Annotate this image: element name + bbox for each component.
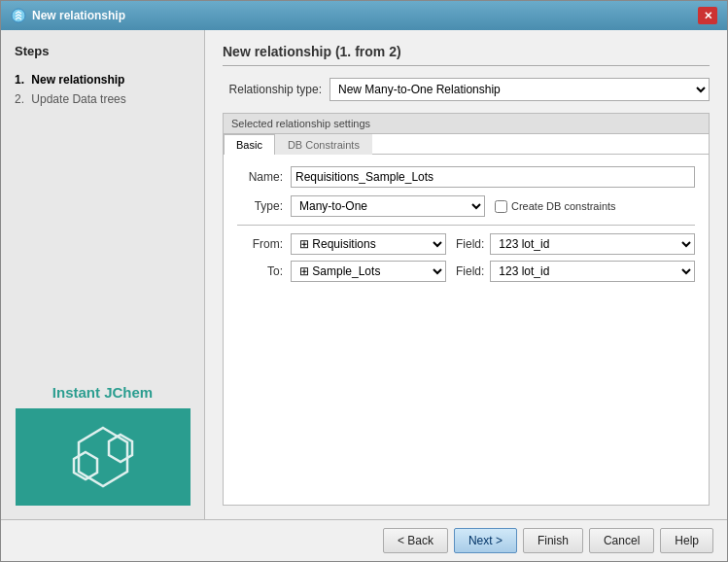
sidebar: Steps 1. New relationship 2. Update Data…: [1, 30, 205, 519]
sidebar-logo-area: Instant JChem: [15, 384, 191, 506]
main-header: New relationship (1. from 2): [223, 44, 710, 66]
from-label: From:: [237, 237, 291, 251]
type-label: Type:: [237, 199, 291, 213]
type-row: Type: Many-to-One One-to-Many Many-to-Ma…: [237, 195, 695, 217]
dialog-window: New relationship ✕ Steps 1. New relation…: [0, 0, 728, 562]
tabs: Basic DB Constraints: [224, 134, 709, 155]
tab-db-constraints[interactable]: DB Constraints: [275, 134, 372, 155]
finish-button[interactable]: Finish: [523, 528, 583, 553]
from-row: From: ⊞ Requisitions ⊞ Sample_Lots Field…: [237, 233, 695, 255]
to-label: To:: [237, 264, 291, 278]
tab-basic[interactable]: Basic: [224, 134, 275, 155]
name-row: Name:: [237, 166, 695, 188]
relationship-type-label: Relationship type:: [223, 83, 329, 96]
step-1-label: New relationship: [31, 73, 124, 87]
logo-icon: [64, 423, 142, 491]
from-field-select[interactable]: 123 lot_id: [490, 233, 695, 255]
dialog-icon: [11, 8, 26, 23]
steps-title: Steps: [15, 44, 191, 58]
relationship-type-select[interactable]: New Many-to-One Relationship New One-to-…: [329, 78, 710, 101]
help-button[interactable]: Help: [660, 528, 713, 553]
steps-list: 1. New relationship 2. Update Data trees: [15, 70, 191, 109]
name-input[interactable]: [291, 166, 695, 188]
logo-box: [16, 408, 191, 506]
next-button[interactable]: Next >: [454, 528, 517, 553]
instant-jchem-label: Instant JChem: [52, 384, 153, 401]
dialog-body: Steps 1. New relationship 2. Update Data…: [1, 30, 727, 519]
name-label: Name:: [237, 170, 291, 184]
from-table-select[interactable]: ⊞ Requisitions ⊞ Sample_Lots: [291, 233, 446, 255]
to-field-select[interactable]: 123 lot_id: [490, 261, 695, 282]
step-1-number: 1.: [15, 73, 24, 87]
tab-content-basic: Name: Type: Many-to-One One-to-Many Many…: [224, 155, 709, 299]
type-select[interactable]: Many-to-One One-to-Many Many-to-Many: [291, 195, 485, 217]
to-table-select[interactable]: ⊞ Sample_Lots ⊞ Requisitions: [291, 261, 446, 282]
dialog-title: New relationship: [32, 9, 125, 22]
divider: [237, 225, 695, 226]
step-2: 2. Update Data trees: [15, 89, 191, 109]
to-row: To: ⊞ Sample_Lots ⊞ Requisitions Field: …: [237, 261, 695, 282]
create-db-constraints-label: Create DB constraints: [511, 200, 616, 212]
step-1: 1. New relationship: [15, 70, 191, 89]
title-bar: New relationship ✕: [1, 1, 727, 30]
step-2-label: Update Data trees: [31, 92, 125, 106]
to-field-label: Field:: [456, 264, 484, 278]
step-2-number: 2.: [15, 92, 24, 106]
create-db-constraints-checkbox[interactable]: [495, 200, 507, 213]
settings-group-label: Selected relationship settings: [224, 114, 709, 134]
close-button[interactable]: ✕: [698, 7, 717, 24]
bottom-bar: < Back Next > Finish Cancel Help: [1, 519, 727, 561]
relationship-type-row: Relationship type: New Many-to-One Relat…: [223, 78, 710, 101]
from-field-label: Field:: [456, 237, 484, 251]
svg-point-0: [12, 9, 25, 22]
svg-marker-1: [79, 428, 127, 486]
cancel-button[interactable]: Cancel: [589, 528, 654, 553]
main-content: New relationship (1. from 2) Relationshi…: [205, 30, 727, 519]
back-button[interactable]: < Back: [383, 528, 448, 553]
settings-group: Selected relationship settings Basic DB …: [223, 113, 710, 506]
create-db-constraints-row: Create DB constraints: [495, 200, 616, 213]
